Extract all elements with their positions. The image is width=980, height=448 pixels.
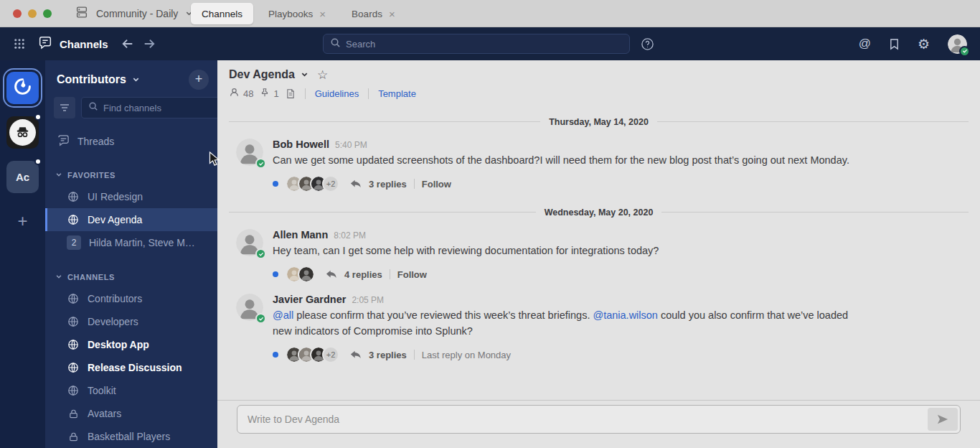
- history-back-button[interactable]: [121, 38, 134, 50]
- reply-count[interactable]: 3 replies: [369, 350, 407, 360]
- minimize-window-button[interactable]: [28, 9, 37, 18]
- divider: [414, 350, 415, 360]
- mention-link[interactable]: @tania.wilson: [593, 309, 657, 321]
- history-forward-button[interactable]: [143, 38, 156, 50]
- add-team-button[interactable]: +: [17, 211, 27, 231]
- favorite-star-icon[interactable]: ☆: [317, 67, 328, 82]
- thread-summary[interactable]: 4 repliesFollow: [273, 265, 963, 284]
- post-content: Bob Howell5:40 PMCan we get some updated…: [273, 139, 963, 193]
- close-icon[interactable]: ×: [389, 9, 395, 19]
- post-header: Javier Gardner2:05 PM: [273, 294, 963, 305]
- at-mentions-icon[interactable]: @: [859, 37, 871, 51]
- server-menu[interactable]: Community - Daily: [75, 5, 193, 22]
- tab-playbooks[interactable]: Playbooks×: [258, 3, 336, 24]
- channel-title[interactable]: Dev Agenda: [229, 68, 295, 81]
- tab-boards[interactable]: Boards×: [341, 3, 406, 24]
- channel-label: UI Redesign: [88, 191, 150, 202]
- section-header-channels[interactable]: CHANNELS: [45, 267, 217, 287]
- find-channels-box[interactable]: [81, 97, 217, 118]
- status-online-icon: [255, 248, 266, 259]
- sidebar-item-contributors[interactable]: Contributors: [45, 287, 217, 310]
- sidebar-item-ui-redesign[interactable]: UI Redesign: [45, 185, 217, 208]
- composer-area: [217, 400, 980, 448]
- unread-dot-icon: [273, 181, 278, 187]
- titlebar-tabs: ChannelsPlaybooks×Boards×: [191, 3, 406, 24]
- search-box[interactable]: [323, 34, 630, 54]
- members-icon: [229, 87, 240, 100]
- channel-label: Hilda Martin, Steve M…: [89, 237, 202, 248]
- sidebar-item-threads[interactable]: Threads: [45, 130, 217, 152]
- notification-dot: [34, 113, 42, 121]
- message-input[interactable]: [237, 406, 960, 433]
- saved-posts-bookmark-icon[interactable]: [889, 38, 900, 50]
- divider: [305, 88, 306, 99]
- close-icon[interactable]: ×: [319, 9, 326, 19]
- reply-count[interactable]: 3 replies: [369, 179, 407, 190]
- globe-icon: [67, 293, 80, 304]
- search-input[interactable]: [346, 39, 623, 50]
- channel-header: Dev Agenda ☆ 48 1 Guidelines: [217, 60, 980, 105]
- sidebar-item-desktop-app[interactable]: Desktop App: [45, 333, 217, 356]
- lock-icon: [67, 409, 80, 419]
- channel-label: Dev Agenda: [88, 214, 149, 225]
- team-ac[interactable]: Ac: [6, 161, 39, 193]
- post-header: Allen Mann8:02 PM: [273, 229, 963, 241]
- add-channel-button[interactable]: +: [189, 70, 209, 90]
- guidelines-link[interactable]: Guidelines: [315, 88, 359, 99]
- follow-button[interactable]: Follow: [422, 179, 451, 190]
- user-avatar[interactable]: [948, 34, 967, 54]
- sidebar-item-avatars[interactable]: Avatars: [45, 402, 217, 425]
- template-link[interactable]: Template: [378, 88, 416, 99]
- close-window-button[interactable]: [13, 9, 22, 18]
- server-name: Community - Daily: [96, 8, 178, 19]
- avatar[interactable]: [236, 229, 263, 256]
- product-title: Channels: [37, 35, 108, 53]
- message-timestamp: 5:40 PM: [335, 140, 367, 150]
- sidebar-item-toolkit[interactable]: Toolkit: [45, 379, 217, 402]
- section-header-favorites[interactable]: FAVORITES: [45, 165, 217, 185]
- chevron-down-icon[interactable]: [301, 68, 308, 81]
- help-icon[interactable]: [641, 37, 654, 51]
- channel-filter-icon[interactable]: [54, 97, 75, 118]
- message-author[interactable]: Javier Gardner: [273, 294, 346, 305]
- sidebar-item-basketball-players[interactable]: Basketball Players: [45, 425, 217, 448]
- avatar[interactable]: [236, 139, 263, 166]
- notification-dot: [34, 158, 42, 165]
- date-divider: Wednesday, May 20, 2020: [229, 205, 969, 218]
- maximize-window-button[interactable]: [43, 9, 52, 18]
- sidebar-item-dev-agenda[interactable]: Dev Agenda: [45, 208, 217, 231]
- channel-files-button[interactable]: [286, 88, 296, 99]
- thread-summary[interactable]: +23 repliesLast reply on Monday: [273, 345, 963, 364]
- team-name-menu[interactable]: Contributors: [57, 73, 140, 86]
- find-channels-input[interactable]: [103, 103, 217, 113]
- product-switcher-grid-icon[interactable]: [13, 37, 26, 50]
- mention-link[interactable]: @all: [273, 309, 293, 321]
- post-javier-gardner: Javier Gardner2:05 PM@all please confirm…: [217, 286, 980, 366]
- tab-channels[interactable]: Channels: [191, 3, 253, 24]
- member-count[interactable]: 48: [229, 87, 253, 100]
- thread-summary[interactable]: +23 repliesFollow: [273, 174, 963, 193]
- channel-label: Release Discussion: [88, 362, 189, 373]
- sidebar-item-release-discussion[interactable]: Release Discussion: [45, 356, 217, 379]
- tab-label: Channels: [202, 9, 242, 19]
- sidebar-item-hilda-martin-steve-m[interactable]: 2Hilda Martin, Steve M…: [45, 231, 217, 254]
- team-incognito[interactable]: [6, 116, 39, 149]
- message-composer[interactable]: [237, 405, 961, 434]
- search-icon: [330, 37, 341, 51]
- team-mattermost[interactable]: [6, 72, 39, 104]
- status-online-icon: [255, 313, 266, 324]
- app-body: Ac + Contributors + Thr: [0, 60, 980, 448]
- message-author[interactable]: Allen Mann: [273, 229, 328, 241]
- pinned-count[interactable]: 1: [260, 88, 278, 100]
- reply-count[interactable]: 4 replies: [344, 269, 382, 280]
- channel-label: Contributors: [88, 293, 149, 304]
- sidebar-item-developers[interactable]: Developers: [45, 310, 217, 333]
- message-author[interactable]: Bob Howell: [273, 139, 329, 150]
- mattermost-logo-icon: [13, 77, 32, 99]
- send-button[interactable]: [928, 408, 958, 431]
- follow-button[interactable]: Follow: [397, 269, 427, 280]
- participant-overflow: +2: [322, 175, 339, 192]
- settings-gear-icon[interactable]: ⚙: [918, 36, 930, 52]
- product-name: Channels: [60, 38, 108, 50]
- avatar[interactable]: [236, 294, 263, 321]
